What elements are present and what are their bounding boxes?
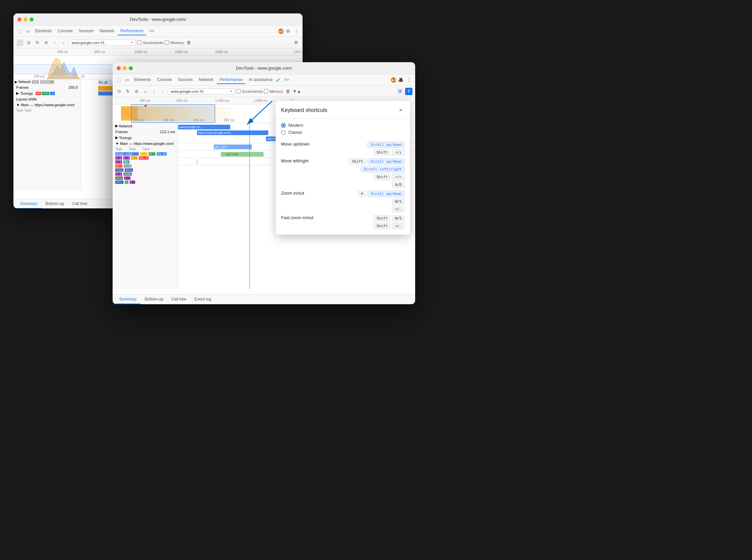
fg-settings2-icon[interactable]: ⚙ (396, 88, 404, 95)
bg-garbage-icon[interactable]: 🗑 (185, 39, 193, 46)
bg-url-bar[interactable]: www.google.com #1 ▾ (68, 40, 136, 46)
bg-screenshots-check[interactable]: Screenshots (137, 40, 163, 45)
bg-tab-summary[interactable]: Summary (16, 199, 41, 209)
key-combo-cmd-scroll: ⌘ Scroll up/down (358, 191, 405, 197)
bg-tab-sources[interactable]: Sources (76, 27, 96, 35)
fg-ruler-tick-4: 1,996 ms (254, 99, 268, 102)
fg-bottom-tabs: Summary Bottom-up Call tree Event log (113, 294, 415, 304)
fg-record-reload-btn[interactable]: ↻ (124, 88, 132, 95)
bg-minimize-button[interactable] (23, 18, 27, 21)
shortcut-label-move-leftright: Move left/right (281, 158, 321, 163)
bg-download-btn[interactable]: ↓ (60, 39, 67, 46)
fg-garbage-icon[interactable]: 🗑 (284, 88, 292, 95)
shortcuts-radio-modern-circle (281, 123, 286, 128)
kbd-scroll-updown: Scroll up/down (368, 141, 405, 148)
fg-tab-calltree[interactable]: Call tree (167, 295, 191, 304)
bg-left-panel: ▶ Network goo deskto... Frames 150.0 ▶ T… (14, 79, 81, 190)
fg-flame-label-row6: (...) e.wa (113, 172, 178, 176)
fg-screenshots-check[interactable]: Screenshots (236, 89, 262, 94)
bg-ruler-tick-5: 2498 ms (215, 50, 228, 54)
fg-left-panel: ▶ Network Frames 112.1 ms ▶ Timings ▼ Ma… (113, 123, 178, 289)
fg-tab-summary[interactable]: Summary (115, 295, 140, 304)
bg-tab-network[interactable]: Network (97, 27, 117, 35)
fg-tab-ai[interactable]: AI assistance (246, 76, 275, 84)
bg-tab-more[interactable]: >> (147, 27, 157, 35)
fg-tab-performance[interactable]: Performance (217, 76, 245, 84)
fg-net-bar-gen204-2: gen_204 ... (214, 144, 252, 149)
fg-tab-network[interactable]: Network (196, 76, 216, 84)
fg-main-section-label: ▼ Main — https://www.google.com/ (113, 141, 178, 146)
kbd-scroll-updown3: Scroll up/down (368, 191, 405, 197)
key-combo-ws: W/S (392, 198, 405, 205)
fg-inspect-icon[interactable]: ⬚ (115, 76, 123, 84)
bg-settings2-icon[interactable]: ⚙ (293, 39, 300, 46)
fg-url-text: www.google.com #1 (171, 89, 204, 94)
bg-settings-icon[interactable]: ⚙ (284, 27, 292, 35)
fg-screenshots-checkbox[interactable] (236, 89, 241, 94)
fg-hat-icon[interactable]: 🎩 (397, 76, 404, 84)
fg-home-btn[interactable]: ⌂ (141, 88, 149, 95)
shortcut-row-fastzoom: Fast zoom in/out Shift W/S Shift +/- (281, 214, 405, 231)
bg-close-button[interactable] (18, 18, 21, 21)
shortcuts-radio-classic[interactable]: Classic (281, 130, 405, 135)
fg-record-btn[interactable]: ⊙ (115, 88, 123, 95)
bg-upload-btn[interactable]: ↑ (51, 39, 59, 46)
fg-url-bar[interactable]: www.google.com #1 ▾ (168, 88, 235, 95)
bg-record-btn[interactable]: ⬜ (16, 39, 23, 46)
bg-tab-console[interactable]: Console (55, 27, 75, 35)
bg-record-reload-btn[interactable]: ⊙ (25, 39, 32, 46)
bg-ruler-tick-4: 1998 ms (175, 50, 187, 54)
fg-time-label-3: 246 ms (193, 118, 204, 122)
bg-inspect-icon[interactable]: ⬚ (16, 27, 23, 35)
fg-download-btn[interactable]: ↓ (159, 88, 166, 95)
bg-maximize-button[interactable] (29, 18, 34, 21)
fg-help-button[interactable]: ? (405, 88, 413, 95)
bg-timeline-ruler: 498 ms 998 ms 1498 ms 1998 ms 2498 ms CP… (14, 48, 302, 56)
fg-tab-sources[interactable]: Sources (175, 76, 195, 84)
bg-tab-elements[interactable]: Elements (32, 27, 55, 35)
kbd-shift3: Shift (374, 174, 391, 180)
bg-url-dropdown-icon[interactable]: ▾ (131, 41, 133, 44)
fg-titlebar: DevTools - www.google.com/ (113, 62, 415, 74)
fg-tab-ai-icon: 🧪 (276, 78, 281, 82)
fg-timing-fp (197, 159, 197, 164)
fg-tab-eventlog[interactable]: Event log (190, 295, 215, 304)
bg-ruler-tick-2: 998 ms (94, 50, 105, 54)
fg-filter-icon[interactable]: ▼▲ (293, 88, 300, 95)
bg-fp-chip: FP (36, 92, 41, 95)
fg-close-button[interactable] (117, 66, 121, 70)
fg-tab-elements[interactable]: Elements (132, 76, 154, 84)
fg-memory-check[interactable]: Memory (264, 89, 283, 94)
key-combo-scroll-leftright: Scroll left/right (361, 166, 405, 173)
fg-clear-btn[interactable]: ⊘ (133, 88, 140, 95)
bg-tab-bottomup[interactable]: Bottom-up (41, 199, 68, 209)
bg-tab-bar: ⬚ ▭ Elements Console Sources Network Per… (14, 25, 302, 37)
fg-minimize-button[interactable] (123, 66, 127, 70)
fg-url-dropdown[interactable]: ▾ (230, 89, 232, 93)
shortcuts-close-button[interactable]: × (397, 106, 405, 114)
fg-upload-btn[interactable]: ↑ (150, 88, 158, 95)
fg-device-icon[interactable]: ▭ (123, 76, 131, 84)
fg-memory-checkbox[interactable] (264, 89, 268, 94)
bg-tab-performance[interactable]: Performance (118, 27, 146, 35)
fg-maximize-button[interactable] (129, 66, 133, 70)
bg-task-labels: Task Task (14, 108, 80, 113)
bg-screenshots-checkbox[interactable] (137, 40, 141, 45)
bg-more-icon[interactable]: ⋮ (293, 27, 300, 35)
bg-clear-btn[interactable]: ⊘ (42, 39, 50, 46)
shortcut-keys-fastzoom: Shift W/S Shift +/- (374, 215, 405, 229)
shortcuts-radio-modern[interactable]: Modern (281, 123, 405, 128)
key-combo-scroll-updown: Scroll up/down (368, 141, 405, 148)
shortcut-row-move-leftright: Move left/right Shift Scroll up/down Scr… (281, 157, 405, 189)
fg-more-icon[interactable]: ⋮ (405, 76, 413, 84)
shortcuts-panel: Keyboard shortcuts × Modern Classic Move… (276, 101, 410, 235)
bg-device-icon[interactable]: ▭ (24, 27, 32, 35)
fg-tab-console[interactable]: Console (154, 76, 175, 84)
bg-tab-calltree[interactable]: Call tree (68, 199, 92, 209)
bg-reload-btn[interactable]: ↻ (34, 39, 41, 46)
bg-memory-check[interactable]: Memory (165, 40, 184, 45)
bg-memory-checkbox[interactable] (165, 40, 169, 45)
fg-tab-more[interactable]: >> (281, 76, 292, 84)
fg-tab-bottomup[interactable]: Bottom-up (140, 295, 167, 304)
bg-lc-chip: LC (50, 92, 55, 95)
